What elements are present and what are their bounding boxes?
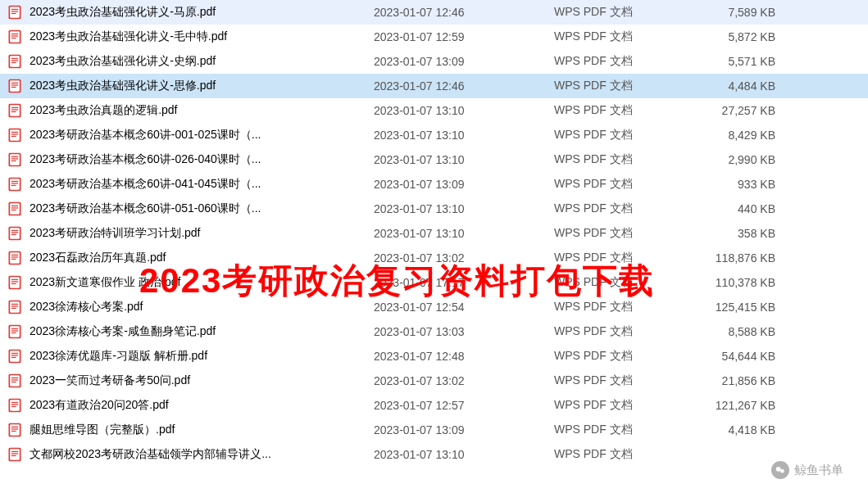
file-size: 125,415 KB <box>702 301 792 314</box>
pdf-file-icon <box>7 53 23 70</box>
pdf-file-icon <box>7 176 23 192</box>
file-row[interactable]: 2023徐涛优题库-习题版 解析册.pdf2023-01-07 12:48WPS… <box>0 344 868 369</box>
file-type: WPS PDF 文档 <box>554 128 702 142</box>
file-row[interactable]: 2023石磊政治历年真题.pdf2023-01-07 13:02WPS PDF … <box>0 246 868 270</box>
file-size: 21,856 KB <box>702 374 792 387</box>
svg-rect-44 <box>11 210 16 210</box>
svg-rect-13 <box>11 60 18 61</box>
file-name: 腿姐思维导图（完整版）.pdf <box>30 423 374 437</box>
file-size: 440 KB <box>702 202 792 215</box>
pdf-file-icon <box>7 323 23 340</box>
svg-rect-31 <box>10 154 20 165</box>
file-row[interactable]: 2023新文道寒假作业 政治.pdf2023-01-07 17:17WPS PD… <box>0 270 868 295</box>
file-row[interactable]: 2023一笑而过考研备考50问.pdf2023-01-07 13:02WPS P… <box>0 369 868 393</box>
pdf-file-icon <box>7 4 23 20</box>
file-size: 121,267 KB <box>702 399 792 412</box>
svg-rect-92 <box>11 451 18 452</box>
file-row[interactable]: 2023考虫政治基础强化讲义-马原.pdf2023-01-07 12:46WPS… <box>0 0 868 25</box>
svg-rect-68 <box>11 330 18 331</box>
file-row[interactable]: 2023徐涛核心考案.pdf2023-01-07 12:54WPS PDF 文档… <box>0 295 868 319</box>
svg-rect-14 <box>11 62 16 63</box>
svg-rect-66 <box>10 326 20 337</box>
file-date: 2023-01-07 12:48 <box>374 350 554 363</box>
file-row[interactable]: 2023考虫政治基础强化讲义-史纲.pdf2023-01-07 13:09WPS… <box>0 49 868 74</box>
file-date: 2023-01-07 13:09 <box>374 55 554 68</box>
svg-point-95 <box>776 467 781 472</box>
svg-rect-58 <box>11 281 18 282</box>
file-row[interactable]: 2023有道政治20问20答.pdf2023-01-07 12:57WPS PD… <box>0 393 868 418</box>
svg-rect-34 <box>11 161 16 161</box>
file-row[interactable]: 2023考研政治基本概念60讲-041-045课时（...2023-01-07 … <box>0 172 868 197</box>
file-type: WPS PDF 文档 <box>554 5 702 20</box>
svg-rect-43 <box>11 207 18 208</box>
file-type: WPS PDF 文档 <box>554 324 702 339</box>
svg-rect-81 <box>10 400 20 410</box>
svg-rect-32 <box>11 156 18 157</box>
svg-rect-73 <box>11 355 18 355</box>
file-row[interactable]: 2023考虫政治基础强化讲义-思修.pdf2023-01-07 12:46WPS… <box>0 74 868 98</box>
svg-rect-79 <box>11 382 16 382</box>
pdf-file-icon <box>7 78 23 94</box>
file-date: 2023-01-07 12:59 <box>374 30 554 43</box>
file-date: 2023-01-07 13:10 <box>374 104 554 117</box>
pdf-file-icon <box>7 422 23 438</box>
svg-rect-48 <box>11 232 18 233</box>
file-row[interactable]: 2023考研政治基本概念60讲-001-025课时（...2023-01-07 … <box>0 123 868 147</box>
file-date: 2023-01-07 12:46 <box>374 6 554 19</box>
svg-rect-91 <box>10 449 20 459</box>
svg-rect-94 <box>11 455 16 456</box>
svg-rect-39 <box>11 185 16 186</box>
svg-rect-61 <box>10 301 20 312</box>
svg-rect-93 <box>11 453 18 454</box>
file-name: 2023徐涛优题库-习题版 解析册.pdf <box>30 349 374 364</box>
file-name: 2023徐涛核心考案.pdf <box>30 300 374 314</box>
file-type: WPS PDF 文档 <box>554 300 702 314</box>
svg-rect-86 <box>10 424 20 435</box>
file-row[interactable]: 2023考研政治基本概念60讲-026-040课时（...2023-01-07 … <box>0 147 868 172</box>
file-type: WPS PDF 文档 <box>554 423 702 437</box>
svg-rect-74 <box>11 357 16 358</box>
file-size: 7,589 KB <box>702 6 792 19</box>
file-type: WPS PDF 文档 <box>554 177 702 192</box>
pdf-file-icon <box>7 201 23 217</box>
file-type: WPS PDF 文档 <box>554 201 702 216</box>
file-date: 2023-01-07 13:10 <box>374 202 554 215</box>
file-size: 5,571 KB <box>702 55 792 68</box>
pdf-file-icon <box>7 397 23 414</box>
pdf-file-icon <box>7 299 23 315</box>
file-size: 8,429 KB <box>702 129 792 142</box>
file-type: WPS PDF 文档 <box>554 103 702 118</box>
file-name: 2023考研政治基本概念60讲-051-060课时（... <box>30 201 374 216</box>
pdf-file-icon <box>7 152 23 168</box>
file-row[interactable]: 2023考虫政治真题的逻辑.pdf2023-01-07 13:10WPS PDF… <box>0 98 868 123</box>
file-row[interactable]: 文都网校2023考研政治基础领学内部辅导讲义...2023-01-07 13:1… <box>0 442 868 467</box>
file-name: 2023新文道寒假作业 政治.pdf <box>30 275 374 290</box>
file-name: 2023考研政治特训班学习计划.pdf <box>30 226 374 241</box>
svg-rect-69 <box>11 332 16 333</box>
file-type: WPS PDF 文档 <box>554 398 702 413</box>
svg-rect-12 <box>11 58 18 59</box>
file-name: 2023石磊政治历年真题.pdf <box>30 251 374 265</box>
pdf-file-icon <box>7 446 23 463</box>
file-date: 2023-01-07 13:10 <box>374 153 554 166</box>
file-size: 2,990 KB <box>702 153 792 166</box>
pdf-file-icon <box>7 274 23 291</box>
pdf-file-icon <box>7 373 23 389</box>
file-size: 358 KB <box>702 227 792 240</box>
file-row[interactable]: 2023徐涛核心考案-咸鱼翻身笔记.pdf2023-01-07 13:03WPS… <box>0 319 868 344</box>
file-row[interactable]: 2023考研政治特训班学习计划.pdf2023-01-07 13:10WPS P… <box>0 221 868 246</box>
file-row[interactable]: 2023考研政治基本概念60讲-051-060课时（...2023-01-07 … <box>0 197 868 221</box>
svg-rect-83 <box>11 404 18 405</box>
svg-rect-63 <box>11 305 18 306</box>
file-type: WPS PDF 文档 <box>554 226 702 241</box>
svg-rect-71 <box>10 350 20 361</box>
pdf-file-icon <box>7 225 23 242</box>
file-size: 54,644 KB <box>702 350 792 363</box>
file-row[interactable]: 腿姐思维导图（完整版）.pdf2023-01-07 13:09WPS PDF 文… <box>0 418 868 442</box>
svg-rect-29 <box>11 136 16 137</box>
svg-rect-16 <box>10 80 20 91</box>
file-row[interactable]: 2023考虫政治基础强化讲义-毛中特.pdf2023-01-07 12:59WP… <box>0 25 868 49</box>
svg-rect-22 <box>11 107 18 108</box>
file-date: 2023-01-07 13:09 <box>374 178 554 191</box>
svg-rect-17 <box>11 83 18 84</box>
